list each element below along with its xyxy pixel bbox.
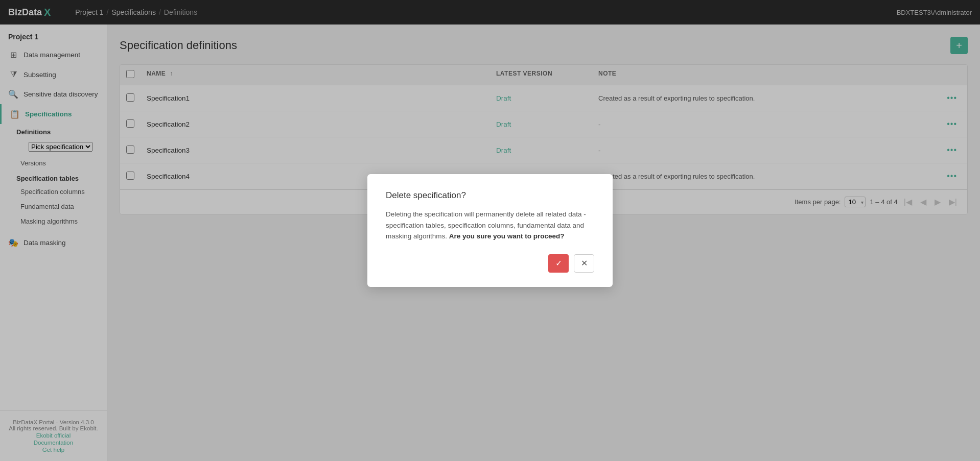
dialog-body: Deleting the specification will permanen… (386, 209, 594, 242)
dialog-actions: ✓ ✕ (386, 254, 594, 273)
confirm-button[interactable]: ✓ (548, 254, 569, 273)
delete-dialog: Delete specification? Deleting the speci… (367, 174, 613, 287)
modal-overlay: Delete specification? Deleting the speci… (0, 0, 980, 461)
dialog-title: Delete specification? (386, 190, 594, 201)
dialog-body-bold: Are you sure you want to proceed? (449, 232, 565, 240)
cancel-button[interactable]: ✕ (574, 254, 594, 273)
